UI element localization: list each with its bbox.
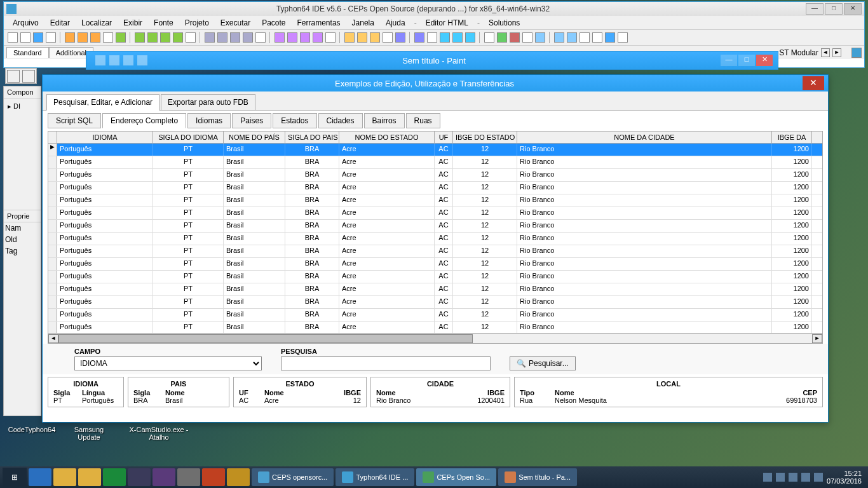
menu-exibir[interactable]: Exibir (118, 17, 147, 29)
table-row[interactable]: PortuguêsPTBrasilBRAAcreAC12Rio Branco12… (48, 182, 822, 194)
taskbar-app3-icon[interactable] (177, 468, 200, 486)
menu-fonte[interactable]: Fonte (149, 17, 179, 29)
table-row[interactable]: PortuguêsPTBrasilBRAAcreAC12Rio Branco12… (48, 220, 822, 233)
toolbar-icon-37[interactable] (522, 32, 532, 43)
redo-icon[interactable] (137, 55, 147, 65)
tray-keyboard-icon[interactable] (763, 473, 772, 482)
col-uf[interactable]: UF (435, 132, 453, 143)
menu-projeto[interactable]: Projeto (180, 17, 214, 29)
pesquisar-button[interactable]: 🔍 Pesquisar... (510, 356, 576, 370)
toolbar-icon-17[interactable] (243, 32, 253, 43)
taskbar-store-icon[interactable] (103, 468, 126, 486)
tab-estados[interactable]: Estados (273, 113, 316, 128)
paint-maximize-button[interactable]: □ (738, 55, 755, 66)
tab-idiomas[interactable]: Idiomas (187, 113, 231, 128)
tray-flag-icon[interactable] (789, 473, 797, 482)
toolbar-icon-33[interactable] (465, 32, 475, 43)
toolbar-icon-32[interactable] (452, 32, 463, 43)
toolbar-icon-34[interactable] (484, 32, 494, 43)
palette-prev-icon[interactable]: ◄ (821, 48, 830, 57)
pointer-icon[interactable] (7, 70, 20, 83)
maximize-button[interactable]: □ (825, 3, 843, 15)
toolbar-icon-26[interactable] (370, 32, 380, 43)
table-row[interactable]: PortuguêsPTBrasilBRAAcreAC12Rio Branco12… (48, 194, 822, 207)
grid-hscrollbar[interactable]: ◄ ► (48, 333, 822, 343)
tab-ruas[interactable]: Ruas (406, 113, 440, 128)
table-row[interactable]: PortuguêsPTBrasilBRAAcreAC12Rio Branco12… (48, 156, 822, 169)
menu-ferramentas[interactable]: Ferramentas (292, 17, 346, 29)
toolbar-icon-27[interactable] (383, 32, 393, 43)
table-row[interactable]: PortuguêsPTBrasilBRAAcreAC12Rio Branco12… (48, 245, 822, 258)
table-row[interactable]: PortuguêsPTBrasilBRAAcreAC12Rio Branco12… (48, 207, 822, 220)
col-idioma[interactable]: IDIOMA (57, 132, 153, 143)
taskbar-ie-icon[interactable] (29, 468, 51, 486)
taskbar-explorer2-icon[interactable] (78, 468, 101, 486)
toolbar-icon-7[interactable] (103, 32, 113, 43)
prop-row[interactable]: Nam (4, 222, 41, 234)
tray-clock[interactable]: 15:21 07/03/2016 (827, 470, 865, 485)
tab-exportar[interactable]: Exportar para outo FDB (161, 94, 255, 111)
task-typhon[interactable]: Typhon64 IDE ... (336, 468, 414, 486)
component-icon[interactable] (22, 70, 35, 83)
toolbar-icon-6[interactable] (90, 32, 100, 43)
pesquisa-input[interactable] (281, 356, 491, 370)
toolbar-icon-3[interactable] (46, 32, 56, 43)
save-icon[interactable] (109, 55, 119, 65)
tree-item[interactable]: ▸ DI (6, 101, 38, 112)
ide-titlebar[interactable]: Typhon64 IDE v5.6 - CEPs Open Source (de… (4, 2, 864, 16)
col-sigla-pais[interactable]: SIGLA DO PAIS (285, 132, 339, 143)
table-row[interactable]: PortuguêsPTBrasilBRAAcreAC12Rio Branco12… (48, 296, 822, 309)
table-row[interactable]: PortuguêsPTBrasilBRAAcreAC12Rio Branco12… (48, 322, 822, 333)
menu-localizar[interactable]: Localizar (76, 17, 117, 29)
toolbar-icon-18[interactable] (255, 32, 266, 43)
app-titlebar[interactable]: Exemplos de Edição, Utilização e Transfe… (43, 75, 828, 92)
col-nome-estado[interactable]: NOME DO ESTADO (339, 132, 435, 143)
table-row[interactable]: PortuguêsPTBrasilBRAAcreAC12Rio Branco12… (48, 309, 822, 322)
toolbar-icon-1[interactable] (20, 32, 31, 43)
tab-paises[interactable]: Paises (232, 113, 271, 128)
menu-executar[interactable]: Executar (215, 17, 255, 29)
toolbar-icon-21[interactable] (300, 32, 310, 43)
toolbar-icon-23[interactable] (325, 32, 336, 43)
toolbar-icon-25[interactable] (357, 32, 367, 43)
toolbar-icon-10[interactable] (147, 32, 158, 43)
typhon64-icon[interactable] (851, 48, 862, 58)
palette-next-icon[interactable]: ► (832, 48, 841, 57)
close-button[interactable]: ✕ (844, 3, 862, 15)
menu-arquivo[interactable]: Arquivo (8, 17, 44, 29)
toolbar-icon-9[interactable] (135, 32, 145, 43)
toolbar-icon-22[interactable] (313, 32, 323, 43)
menu-solutions[interactable]: Solutions (484, 17, 525, 29)
tray-volume-icon[interactable] (814, 473, 823, 482)
task-paint[interactable]: Sem título - Pa... (498, 468, 577, 486)
undo-icon[interactable] (123, 55, 133, 65)
col-nome-cidade[interactable]: NOME DA CIDADE (517, 132, 772, 143)
taskbar-app2-icon[interactable] (153, 468, 175, 486)
table-row[interactable]: ▶PortuguêsPTBrasilBRAAcreAC12Rio Branco1… (48, 144, 822, 156)
toolbar-icon-20[interactable] (287, 32, 297, 43)
toolbar-icon-28[interactable] (395, 32, 405, 43)
tray-network-icon[interactable] (801, 473, 810, 482)
taskbar-app1-icon[interactable] (128, 468, 151, 486)
toolbar-icon-15[interactable] (217, 32, 227, 43)
col-ibge-cidade[interactable]: IBGE DA (772, 132, 812, 143)
toolbar-icon-35[interactable] (497, 32, 507, 43)
scroll-right-icon[interactable]: ► (812, 334, 822, 343)
toolbar-icon-39[interactable] (554, 32, 564, 43)
paint-minimize-button[interactable]: — (721, 55, 737, 66)
toolbar-icon-2[interactable] (33, 32, 43, 43)
menu-editor html[interactable]: Editor HTML (421, 17, 473, 29)
menu-editar[interactable]: Editar (45, 17, 75, 29)
tab-bairros[interactable]: Bairros (364, 113, 405, 128)
toolbar-icon-12[interactable] (173, 32, 183, 43)
menu-pacote[interactable]: Pacote (257, 17, 290, 29)
table-row[interactable]: PortuguêsPTBrasilBRAAcreAC12Rio Branco12… (48, 258, 822, 271)
start-button[interactable]: ⊞ (3, 468, 27, 487)
app-close-button[interactable]: ✕ (803, 76, 824, 90)
toolbar-icon-42[interactable] (592, 32, 602, 43)
toolbar-icon-44[interactable] (618, 32, 628, 43)
table-row[interactable]: PortuguêsPTBrasilBRAAcreAC12Rio Branco12… (48, 283, 822, 296)
toolbar-icon-4[interactable] (65, 32, 75, 43)
task-ceps-open[interactable]: CEPs Open So... (416, 468, 496, 486)
toolbar-icon-0[interactable] (8, 32, 18, 43)
